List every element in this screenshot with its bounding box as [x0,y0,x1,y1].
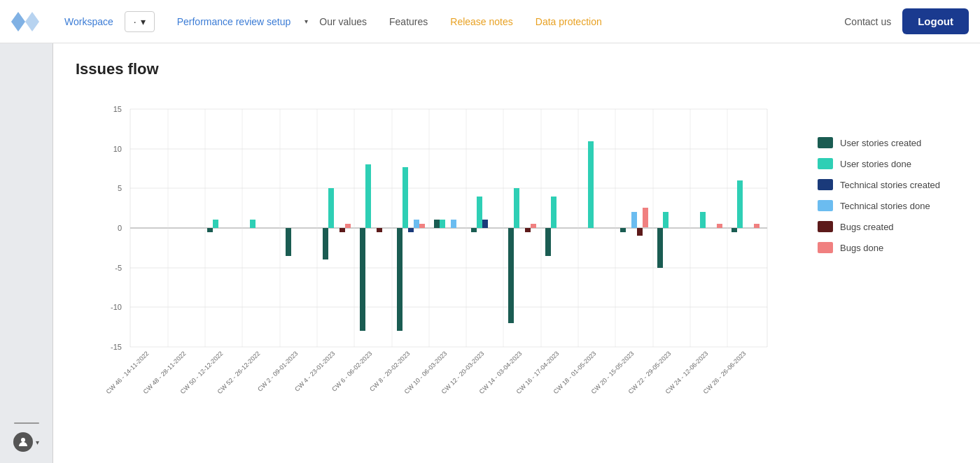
svg-text:CW 2 - 09-01-2023: CW 2 - 09-01-2023 [256,350,299,392]
page-title: Issues flow [76,60,958,78]
svg-text:CW 24 - 12-06-2023: CW 24 - 12-06-2023 [664,350,710,395]
chart-area: .grid-line { stroke: #d0d0d0; stroke-wid… [76,95,801,403]
avatar-arrow: ▾ [36,439,39,446]
nav-data-protection[interactable]: Data protection [524,16,613,27]
svg-rect-26 [365,164,371,228]
svg-rect-23 [345,224,351,228]
svg-rect-45 [588,141,594,228]
legend-technical-stories-created: Technical stories created [818,179,958,190]
svg-rect-19 [250,220,255,228]
sidebar-line [14,422,39,424]
navbar: Workspace · ▾ Performance review setup ▾… [0,0,980,43]
svg-rect-22 [328,188,334,228]
dropdown-arrow: ▾ [141,16,146,27]
svg-rect-24 [340,228,345,232]
svg-text:10: 10 [113,145,122,153]
svg-rect-41 [525,228,531,232]
svg-rect-55 [754,224,760,228]
nav-features[interactable]: Features [378,16,439,27]
svg-rect-18 [207,228,213,232]
legend-bugs-done: Bugs done [818,242,958,253]
page-layout: ▾ Issues flow .gri [0,43,980,463]
svg-rect-56 [732,228,737,232]
svg-rect-54 [737,180,743,228]
legend-label-technical-stories-created: Technical stories created [840,180,940,190]
svg-point-2 [21,438,25,442]
chart-legend: User stories created User stories done T… [818,95,958,253]
nav-workspace[interactable]: Workspace [53,16,125,27]
svg-rect-53 [717,224,722,228]
svg-rect-36 [471,228,477,232]
legend-label-user-stories-created: User stories created [840,138,921,148]
svg-rect-42 [531,224,536,228]
svg-rect-46 [620,228,626,232]
svg-rect-32 [419,224,425,228]
legend-label-bugs-created: Bugs created [840,222,894,232]
legend-technical-stories-done: Technical stories done [818,200,958,211]
svg-rect-37 [477,197,482,228]
nav-dropdown[interactable]: · ▾ [125,11,155,32]
svg-rect-27 [377,228,382,232]
svg-rect-25 [360,228,365,331]
svg-text:-10: -10 [111,303,122,311]
svg-rect-33 [434,220,440,228]
svg-rect-39 [508,228,514,323]
svg-rect-28 [397,228,402,331]
dropdown-label: · [134,16,136,27]
legend-label-bugs-done: Bugs done [840,243,883,253]
sidebar: ▾ [0,43,53,463]
svg-text:CW 4 - 23-01-2023: CW 4 - 23-01-2023 [293,350,336,392]
svg-text:CW 12 - 20-03-2023: CW 12 - 20-03-2023 [440,350,486,395]
sidebar-bottom: ▾ [13,422,39,463]
svg-text:-5: -5 [115,264,122,272]
svg-rect-43 [545,228,551,256]
svg-marker-1 [25,12,39,31]
svg-text:-15: -15 [111,343,122,351]
svg-rect-52 [700,212,706,228]
legend-user-stories-done: User stories done [818,158,958,169]
svg-rect-35 [451,220,456,228]
legend-swatch-bugs-done [818,242,833,253]
svg-text:5: 5 [118,184,122,192]
svg-rect-51 [663,212,668,228]
svg-text:CW 26 - 26-06-2023: CW 26 - 26-06-2023 [702,350,748,395]
logo [11,9,39,34]
svg-rect-21 [323,228,328,259]
svg-rect-49 [643,208,648,227]
svg-rect-38 [482,220,488,228]
svg-text:CW 8 - 20-02-2023: CW 8 - 20-02-2023 [368,350,411,392]
logout-button[interactable]: Logout [902,8,969,34]
svg-rect-31 [414,220,419,228]
nav-contact[interactable]: Contact us [833,16,902,27]
svg-rect-48 [637,228,643,236]
legend-label-user-stories-done: User stories done [840,159,911,169]
legend-swatch-bugs-created [818,221,833,232]
legend-swatch-technical-stories-done [818,200,833,211]
nav-our-values[interactable]: Our values [308,16,378,27]
svg-rect-34 [440,220,445,228]
avatar-button[interactable]: ▾ [13,432,39,452]
main-content: Issues flow .grid-line { stroke: #d0d0d0… [53,43,980,463]
svg-rect-40 [514,188,519,228]
svg-text:15: 15 [113,105,122,113]
legend-swatch-user-stories-done [818,158,833,169]
svg-rect-47 [631,212,637,228]
svg-text:CW 52 - 26-12-2022: CW 52 - 26-12-2022 [216,350,262,395]
nav-perf-review[interactable]: Performance review setup ▾ [166,16,309,27]
svg-rect-20 [286,228,291,256]
legend-user-stories-created: User stories created [818,137,958,148]
legend-swatch-user-stories-created [818,137,833,148]
svg-rect-50 [657,228,663,268]
svg-text:CW 6 - 06-02-2023: CW 6 - 06-02-2023 [330,350,373,392]
chart-svg: .grid-line { stroke: #d0d0d0; stroke-wid… [76,95,801,403]
svg-rect-30 [408,228,414,232]
svg-rect-44 [551,197,556,228]
nav-release-notes[interactable]: Release notes [439,16,524,27]
avatar [13,432,33,452]
legend-swatch-technical-stories-created [818,179,833,190]
legend-bugs-created: Bugs created [818,221,958,232]
svg-text:CW 18 - 01-05-2023: CW 18 - 01-05-2023 [552,350,598,395]
legend-label-technical-stories-done: Technical stories done [840,201,930,211]
svg-rect-29 [402,167,408,228]
chart-container: .grid-line { stroke: #d0d0d0; stroke-wid… [76,95,958,403]
